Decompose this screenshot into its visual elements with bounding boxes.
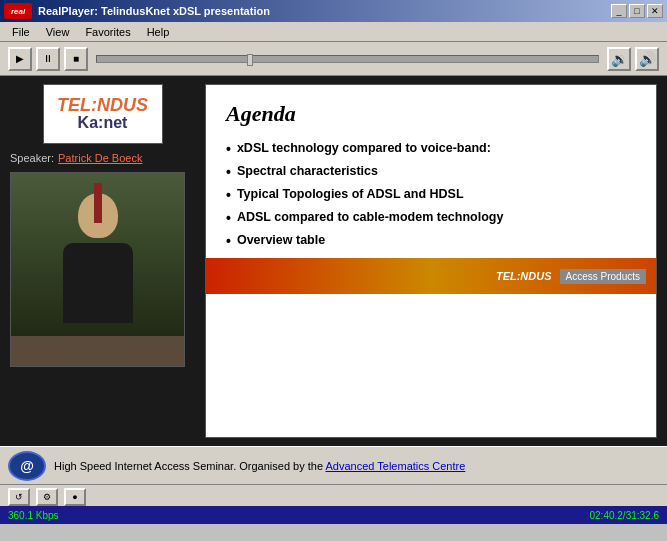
bottom-btn-2[interactable]: ⚙ bbox=[36, 488, 58, 506]
main-content-area: TEL:NDUS Ka:net Speaker: Patrick De Boec… bbox=[0, 76, 667, 446]
seek-thumb[interactable] bbox=[247, 54, 253, 66]
window-controls: _ □ ✕ bbox=[611, 4, 663, 18]
footer-logo-text: TEL:NDUS bbox=[496, 270, 552, 282]
menu-file[interactable]: File bbox=[4, 24, 38, 40]
bottom-controls: ↺ ⚙ ● bbox=[0, 485, 667, 509]
slide-footer: TEL:NDUS Access Products bbox=[206, 258, 656, 294]
kbps-status: 360.1 Kbps bbox=[8, 510, 59, 521]
figure-body bbox=[63, 243, 133, 323]
time-status: 02:40.2/31:32.6 bbox=[589, 510, 659, 521]
play-button[interactable]: ▶ bbox=[8, 47, 32, 71]
telinous-logo-box: TEL:NDUS Ka:net bbox=[43, 84, 163, 144]
video-frame bbox=[10, 172, 185, 367]
footer-access-products: Access Products bbox=[560, 269, 646, 284]
speaker-label: Speaker: bbox=[10, 152, 54, 164]
logo-knet-text: Ka:net bbox=[57, 114, 148, 132]
logo-telinous-text: TEL:NDUS bbox=[57, 96, 148, 114]
bottom-btn-3[interactable]: ● bbox=[64, 488, 86, 506]
info-prefix: High Speed Internet Access Seminar. Orga… bbox=[54, 460, 323, 472]
status-area: @ High Speed Internet Access Seminar. Or… bbox=[0, 446, 667, 506]
bullet-dot-5: • bbox=[226, 234, 231, 248]
pause-button[interactable]: ⏸ bbox=[36, 47, 60, 71]
speaker-name[interactable]: Patrick De Boeck bbox=[58, 152, 142, 164]
info-link[interactable]: Advanced Telematics Centre bbox=[326, 460, 466, 472]
bullet-5: • Overview table bbox=[226, 233, 636, 248]
seminar-icon: @ bbox=[8, 451, 46, 481]
bullet-dot-4: • bbox=[226, 211, 231, 225]
close-button[interactable]: ✕ bbox=[647, 4, 663, 18]
bottom-btn-1[interactable]: ↺ bbox=[8, 488, 30, 506]
bullet-4: • ADSL compared to cable-modem technolog… bbox=[226, 210, 636, 225]
info-bar: @ High Speed Internet Access Seminar. Or… bbox=[0, 447, 667, 485]
content-row: TEL:NDUS Ka:net Speaker: Patrick De Boec… bbox=[10, 84, 657, 438]
podium bbox=[11, 336, 184, 366]
speaker-video bbox=[11, 173, 184, 366]
info-text: High Speed Internet Access Seminar. Orga… bbox=[54, 460, 659, 472]
bullet-dot-1: • bbox=[226, 142, 231, 156]
window-title: RealPlayer: TelindusKnet xDSL presentati… bbox=[38, 5, 605, 17]
bullet-1: • xDSL technology compared to voice-band… bbox=[226, 141, 636, 156]
menu-help[interactable]: Help bbox=[139, 24, 178, 40]
bullet-text-4: ADSL compared to cable-modem technology bbox=[237, 210, 503, 224]
bullet-dot-2: • bbox=[226, 165, 231, 179]
bullet-text-1: xDSL technology compared to voice-band: bbox=[237, 141, 491, 155]
slide-bullets: • xDSL technology compared to voice-band… bbox=[226, 141, 636, 248]
figure-tie bbox=[94, 183, 102, 223]
menu-bar: File View Favorites Help bbox=[0, 22, 667, 42]
title-bar: real RealPlayer: TelindusKnet xDSL prese… bbox=[0, 0, 667, 22]
volume-down-button[interactable]: 🔉 bbox=[607, 47, 631, 71]
stop-button[interactable]: ■ bbox=[64, 47, 88, 71]
seek-bar[interactable] bbox=[96, 55, 599, 63]
realplayer-logo: real bbox=[4, 3, 32, 19]
bullet-text-5: Overview table bbox=[237, 233, 325, 247]
bullet-text-2: Spectral characteristics bbox=[237, 164, 378, 178]
menu-view[interactable]: View bbox=[38, 24, 78, 40]
maximize-button[interactable]: □ bbox=[629, 4, 645, 18]
logo-inner: TEL:NDUS Ka:net bbox=[57, 96, 148, 132]
slide-panel: Agenda • xDSL technology compared to voi… bbox=[205, 84, 657, 438]
left-panel: TEL:NDUS Ka:net Speaker: Patrick De Boec… bbox=[10, 84, 195, 438]
bullet-text-3: Typical Topologies of ADSL and HDSL bbox=[237, 187, 464, 201]
speaker-info: Speaker: Patrick De Boeck bbox=[10, 152, 195, 164]
player-toolbar: ▶ ⏸ ■ 🔉 🔊 bbox=[0, 42, 667, 76]
minimize-button[interactable]: _ bbox=[611, 4, 627, 18]
bullet-3: • Typical Topologies of ADSL and HDSL bbox=[226, 187, 636, 202]
slide-title: Agenda bbox=[226, 101, 636, 127]
volume-up-button[interactable]: 🔊 bbox=[635, 47, 659, 71]
bullet-dot-3: • bbox=[226, 188, 231, 202]
bullet-2: • Spectral characteristics bbox=[226, 164, 636, 179]
menu-favorites[interactable]: Favorites bbox=[77, 24, 138, 40]
